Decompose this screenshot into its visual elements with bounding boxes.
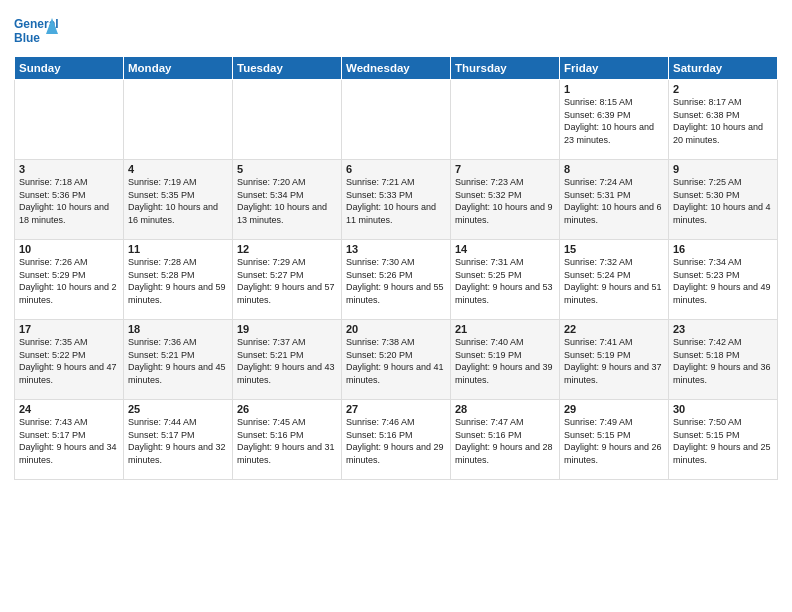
cell-info: Sunrise: 7:36 AMSunset: 5:21 PMDaylight:… [128,336,228,386]
header: General Blue [14,10,778,50]
day-number: 19 [237,323,337,335]
day-number: 12 [237,243,337,255]
day-number: 2 [673,83,773,95]
cell-info: Sunrise: 7:28 AMSunset: 5:28 PMDaylight:… [128,256,228,306]
calendar-cell [15,80,124,160]
day-number: 23 [673,323,773,335]
calendar-cell: 13Sunrise: 7:30 AMSunset: 5:26 PMDayligh… [342,240,451,320]
day-number: 27 [346,403,446,415]
day-header-wednesday: Wednesday [342,57,451,80]
cell-info: Sunrise: 7:26 AMSunset: 5:29 PMDaylight:… [19,256,119,306]
cell-info: Sunrise: 7:38 AMSunset: 5:20 PMDaylight:… [346,336,446,386]
cell-info: Sunrise: 7:20 AMSunset: 5:34 PMDaylight:… [237,176,337,226]
day-header-sunday: Sunday [15,57,124,80]
calendar-cell: 16Sunrise: 7:34 AMSunset: 5:23 PMDayligh… [669,240,778,320]
calendar-cell [451,80,560,160]
cell-info: Sunrise: 7:43 AMSunset: 5:17 PMDaylight:… [19,416,119,466]
day-number: 4 [128,163,228,175]
day-number: 29 [564,403,664,415]
cell-info: Sunrise: 7:32 AMSunset: 5:24 PMDaylight:… [564,256,664,306]
day-number: 24 [19,403,119,415]
calendar-cell: 29Sunrise: 7:49 AMSunset: 5:15 PMDayligh… [560,400,669,480]
cell-info: Sunrise: 7:47 AMSunset: 5:16 PMDaylight:… [455,416,555,466]
day-number: 5 [237,163,337,175]
calendar-cell: 12Sunrise: 7:29 AMSunset: 5:27 PMDayligh… [233,240,342,320]
day-number: 1 [564,83,664,95]
cell-info: Sunrise: 7:23 AMSunset: 5:32 PMDaylight:… [455,176,555,226]
calendar-cell: 15Sunrise: 7:32 AMSunset: 5:24 PMDayligh… [560,240,669,320]
day-number: 28 [455,403,555,415]
calendar-cell: 3Sunrise: 7:18 AMSunset: 5:36 PMDaylight… [15,160,124,240]
calendar-cell: 26Sunrise: 7:45 AMSunset: 5:16 PMDayligh… [233,400,342,480]
cell-info: Sunrise: 7:41 AMSunset: 5:19 PMDaylight:… [564,336,664,386]
day-number: 3 [19,163,119,175]
calendar-cell: 18Sunrise: 7:36 AMSunset: 5:21 PMDayligh… [124,320,233,400]
cell-info: Sunrise: 7:49 AMSunset: 5:15 PMDaylight:… [564,416,664,466]
cell-info: Sunrise: 7:45 AMSunset: 5:16 PMDaylight:… [237,416,337,466]
calendar-cell: 11Sunrise: 7:28 AMSunset: 5:28 PMDayligh… [124,240,233,320]
cell-info: Sunrise: 7:19 AMSunset: 5:35 PMDaylight:… [128,176,228,226]
logo: General Blue [14,14,58,50]
calendar-body: 1Sunrise: 8:15 AMSunset: 6:39 PMDaylight… [15,80,778,480]
calendar-cell: 25Sunrise: 7:44 AMSunset: 5:17 PMDayligh… [124,400,233,480]
day-number: 30 [673,403,773,415]
day-header-tuesday: Tuesday [233,57,342,80]
week-row-1: 1Sunrise: 8:15 AMSunset: 6:39 PMDaylight… [15,80,778,160]
cell-info: Sunrise: 7:21 AMSunset: 5:33 PMDaylight:… [346,176,446,226]
day-header-thursday: Thursday [451,57,560,80]
day-number: 18 [128,323,228,335]
calendar-table: SundayMondayTuesdayWednesdayThursdayFrid… [14,56,778,480]
calendar-cell: 30Sunrise: 7:50 AMSunset: 5:15 PMDayligh… [669,400,778,480]
calendar-cell: 4Sunrise: 7:19 AMSunset: 5:35 PMDaylight… [124,160,233,240]
week-row-4: 17Sunrise: 7:35 AMSunset: 5:22 PMDayligh… [15,320,778,400]
calendar-cell: 6Sunrise: 7:21 AMSunset: 5:33 PMDaylight… [342,160,451,240]
day-number: 13 [346,243,446,255]
cell-info: Sunrise: 7:30 AMSunset: 5:26 PMDaylight:… [346,256,446,306]
day-number: 11 [128,243,228,255]
cell-info: Sunrise: 7:25 AMSunset: 5:30 PMDaylight:… [673,176,773,226]
day-header-monday: Monday [124,57,233,80]
cell-info: Sunrise: 7:40 AMSunset: 5:19 PMDaylight:… [455,336,555,386]
day-header-saturday: Saturday [669,57,778,80]
day-number: 9 [673,163,773,175]
cell-info: Sunrise: 7:34 AMSunset: 5:23 PMDaylight:… [673,256,773,306]
cell-info: Sunrise: 7:37 AMSunset: 5:21 PMDaylight:… [237,336,337,386]
cell-info: Sunrise: 7:46 AMSunset: 5:16 PMDaylight:… [346,416,446,466]
calendar-cell: 24Sunrise: 7:43 AMSunset: 5:17 PMDayligh… [15,400,124,480]
week-row-2: 3Sunrise: 7:18 AMSunset: 5:36 PMDaylight… [15,160,778,240]
day-header-friday: Friday [560,57,669,80]
calendar-cell [124,80,233,160]
day-number: 20 [346,323,446,335]
calendar-cell: 9Sunrise: 7:25 AMSunset: 5:30 PMDaylight… [669,160,778,240]
calendar-cell: 27Sunrise: 7:46 AMSunset: 5:16 PMDayligh… [342,400,451,480]
calendar-cell: 10Sunrise: 7:26 AMSunset: 5:29 PMDayligh… [15,240,124,320]
calendar-cell: 14Sunrise: 7:31 AMSunset: 5:25 PMDayligh… [451,240,560,320]
day-number: 14 [455,243,555,255]
day-number: 16 [673,243,773,255]
cell-info: Sunrise: 7:31 AMSunset: 5:25 PMDaylight:… [455,256,555,306]
cell-info: Sunrise: 7:24 AMSunset: 5:31 PMDaylight:… [564,176,664,226]
page-container: General Blue SundayMondayTuesdayWednesda… [0,0,792,612]
week-row-3: 10Sunrise: 7:26 AMSunset: 5:29 PMDayligh… [15,240,778,320]
day-number: 10 [19,243,119,255]
calendar-cell [342,80,451,160]
calendar-cell: 19Sunrise: 7:37 AMSunset: 5:21 PMDayligh… [233,320,342,400]
calendar-cell: 8Sunrise: 7:24 AMSunset: 5:31 PMDaylight… [560,160,669,240]
day-number: 21 [455,323,555,335]
cell-info: Sunrise: 7:29 AMSunset: 5:27 PMDaylight:… [237,256,337,306]
day-number: 17 [19,323,119,335]
calendar-cell [233,80,342,160]
logo-svg: General Blue [14,14,58,50]
calendar-cell: 21Sunrise: 7:40 AMSunset: 5:19 PMDayligh… [451,320,560,400]
day-number: 6 [346,163,446,175]
cell-info: Sunrise: 8:15 AMSunset: 6:39 PMDaylight:… [564,96,664,146]
calendar-cell: 5Sunrise: 7:20 AMSunset: 5:34 PMDaylight… [233,160,342,240]
day-number: 7 [455,163,555,175]
calendar-cell: 28Sunrise: 7:47 AMSunset: 5:16 PMDayligh… [451,400,560,480]
day-number: 25 [128,403,228,415]
cell-info: Sunrise: 7:18 AMSunset: 5:36 PMDaylight:… [19,176,119,226]
day-number: 26 [237,403,337,415]
day-number: 15 [564,243,664,255]
cell-info: Sunrise: 7:35 AMSunset: 5:22 PMDaylight:… [19,336,119,386]
week-row-5: 24Sunrise: 7:43 AMSunset: 5:17 PMDayligh… [15,400,778,480]
